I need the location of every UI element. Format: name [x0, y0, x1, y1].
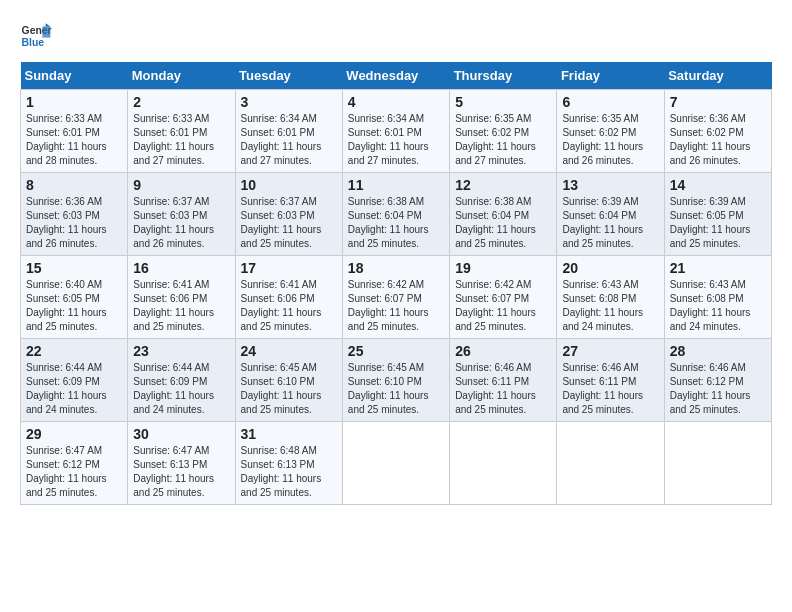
day-info: Sunrise: 6:43 AM Sunset: 6:08 PM Dayligh… — [562, 278, 658, 334]
day-info: Sunrise: 6:33 AM Sunset: 6:01 PM Dayligh… — [133, 112, 229, 168]
day-number: 14 — [670, 177, 766, 193]
day-number: 5 — [455, 94, 551, 110]
day-number: 15 — [26, 260, 122, 276]
calendar-cell: 24Sunrise: 6:45 AM Sunset: 6:10 PM Dayli… — [235, 339, 342, 422]
day-number: 4 — [348, 94, 444, 110]
day-info: Sunrise: 6:42 AM Sunset: 6:07 PM Dayligh… — [455, 278, 551, 334]
day-number: 28 — [670, 343, 766, 359]
calendar-cell — [664, 422, 771, 505]
day-info: Sunrise: 6:42 AM Sunset: 6:07 PM Dayligh… — [348, 278, 444, 334]
calendar-cell: 12Sunrise: 6:38 AM Sunset: 6:04 PM Dayli… — [450, 173, 557, 256]
calendar-table: SundayMondayTuesdayWednesdayThursdayFrid… — [20, 62, 772, 505]
calendar-cell: 3Sunrise: 6:34 AM Sunset: 6:01 PM Daylig… — [235, 90, 342, 173]
day-number: 19 — [455, 260, 551, 276]
calendar-cell: 14Sunrise: 6:39 AM Sunset: 6:05 PM Dayli… — [664, 173, 771, 256]
calendar-cell: 17Sunrise: 6:41 AM Sunset: 6:06 PM Dayli… — [235, 256, 342, 339]
day-info: Sunrise: 6:43 AM Sunset: 6:08 PM Dayligh… — [670, 278, 766, 334]
day-number: 25 — [348, 343, 444, 359]
day-info: Sunrise: 6:46 AM Sunset: 6:12 PM Dayligh… — [670, 361, 766, 417]
day-number: 7 — [670, 94, 766, 110]
day-info: Sunrise: 6:34 AM Sunset: 6:01 PM Dayligh… — [348, 112, 444, 168]
calendar-cell: 5Sunrise: 6:35 AM Sunset: 6:02 PM Daylig… — [450, 90, 557, 173]
day-info: Sunrise: 6:47 AM Sunset: 6:13 PM Dayligh… — [133, 444, 229, 500]
calendar-cell: 11Sunrise: 6:38 AM Sunset: 6:04 PM Dayli… — [342, 173, 449, 256]
svg-marker-2 — [42, 26, 50, 37]
day-number: 27 — [562, 343, 658, 359]
header-row: SundayMondayTuesdayWednesdayThursdayFrid… — [21, 62, 772, 90]
day-info: Sunrise: 6:44 AM Sunset: 6:09 PM Dayligh… — [26, 361, 122, 417]
day-number: 21 — [670, 260, 766, 276]
calendar-cell: 1Sunrise: 6:33 AM Sunset: 6:01 PM Daylig… — [21, 90, 128, 173]
day-info: Sunrise: 6:37 AM Sunset: 6:03 PM Dayligh… — [241, 195, 337, 251]
day-number: 31 — [241, 426, 337, 442]
day-header: Saturday — [664, 62, 771, 90]
calendar-cell: 23Sunrise: 6:44 AM Sunset: 6:09 PM Dayli… — [128, 339, 235, 422]
calendar-cell: 19Sunrise: 6:42 AM Sunset: 6:07 PM Dayli… — [450, 256, 557, 339]
day-number: 24 — [241, 343, 337, 359]
day-info: Sunrise: 6:45 AM Sunset: 6:10 PM Dayligh… — [241, 361, 337, 417]
calendar-cell: 21Sunrise: 6:43 AM Sunset: 6:08 PM Dayli… — [664, 256, 771, 339]
day-info: Sunrise: 6:45 AM Sunset: 6:10 PM Dayligh… — [348, 361, 444, 417]
calendar-cell: 2Sunrise: 6:33 AM Sunset: 6:01 PM Daylig… — [128, 90, 235, 173]
day-info: Sunrise: 6:34 AM Sunset: 6:01 PM Dayligh… — [241, 112, 337, 168]
day-header: Friday — [557, 62, 664, 90]
day-info: Sunrise: 6:38 AM Sunset: 6:04 PM Dayligh… — [455, 195, 551, 251]
day-header: Thursday — [450, 62, 557, 90]
day-number: 23 — [133, 343, 229, 359]
day-number: 9 — [133, 177, 229, 193]
day-number: 29 — [26, 426, 122, 442]
day-number: 10 — [241, 177, 337, 193]
day-info: Sunrise: 6:36 AM Sunset: 6:03 PM Dayligh… — [26, 195, 122, 251]
day-header: Sunday — [21, 62, 128, 90]
calendar-cell — [450, 422, 557, 505]
calendar-cell: 8Sunrise: 6:36 AM Sunset: 6:03 PM Daylig… — [21, 173, 128, 256]
day-number: 6 — [562, 94, 658, 110]
day-info: Sunrise: 6:33 AM Sunset: 6:01 PM Dayligh… — [26, 112, 122, 168]
calendar-cell: 7Sunrise: 6:36 AM Sunset: 6:02 PM Daylig… — [664, 90, 771, 173]
calendar-cell: 15Sunrise: 6:40 AM Sunset: 6:05 PM Dayli… — [21, 256, 128, 339]
calendar-week-row: 1Sunrise: 6:33 AM Sunset: 6:01 PM Daylig… — [21, 90, 772, 173]
page-header: General Blue — [20, 20, 772, 52]
day-number: 2 — [133, 94, 229, 110]
calendar-week-row: 29Sunrise: 6:47 AM Sunset: 6:12 PM Dayli… — [21, 422, 772, 505]
day-info: Sunrise: 6:47 AM Sunset: 6:12 PM Dayligh… — [26, 444, 122, 500]
day-number: 17 — [241, 260, 337, 276]
calendar-cell: 29Sunrise: 6:47 AM Sunset: 6:12 PM Dayli… — [21, 422, 128, 505]
calendar-week-row: 8Sunrise: 6:36 AM Sunset: 6:03 PM Daylig… — [21, 173, 772, 256]
day-number: 26 — [455, 343, 551, 359]
day-info: Sunrise: 6:36 AM Sunset: 6:02 PM Dayligh… — [670, 112, 766, 168]
day-info: Sunrise: 6:46 AM Sunset: 6:11 PM Dayligh… — [562, 361, 658, 417]
calendar-cell: 25Sunrise: 6:45 AM Sunset: 6:10 PM Dayli… — [342, 339, 449, 422]
day-number: 11 — [348, 177, 444, 193]
calendar-cell: 9Sunrise: 6:37 AM Sunset: 6:03 PM Daylig… — [128, 173, 235, 256]
calendar-cell: 26Sunrise: 6:46 AM Sunset: 6:11 PM Dayli… — [450, 339, 557, 422]
day-info: Sunrise: 6:48 AM Sunset: 6:13 PM Dayligh… — [241, 444, 337, 500]
calendar-week-row: 22Sunrise: 6:44 AM Sunset: 6:09 PM Dayli… — [21, 339, 772, 422]
day-info: Sunrise: 6:41 AM Sunset: 6:06 PM Dayligh… — [133, 278, 229, 334]
day-info: Sunrise: 6:37 AM Sunset: 6:03 PM Dayligh… — [133, 195, 229, 251]
day-info: Sunrise: 6:35 AM Sunset: 6:02 PM Dayligh… — [455, 112, 551, 168]
day-info: Sunrise: 6:41 AM Sunset: 6:06 PM Dayligh… — [241, 278, 337, 334]
calendar-cell: 13Sunrise: 6:39 AM Sunset: 6:04 PM Dayli… — [557, 173, 664, 256]
day-number: 30 — [133, 426, 229, 442]
day-info: Sunrise: 6:46 AM Sunset: 6:11 PM Dayligh… — [455, 361, 551, 417]
day-info: Sunrise: 6:39 AM Sunset: 6:05 PM Dayligh… — [670, 195, 766, 251]
calendar-cell: 20Sunrise: 6:43 AM Sunset: 6:08 PM Dayli… — [557, 256, 664, 339]
calendar-cell: 27Sunrise: 6:46 AM Sunset: 6:11 PM Dayli… — [557, 339, 664, 422]
calendar-cell: 16Sunrise: 6:41 AM Sunset: 6:06 PM Dayli… — [128, 256, 235, 339]
calendar-week-row: 15Sunrise: 6:40 AM Sunset: 6:05 PM Dayli… — [21, 256, 772, 339]
day-header: Monday — [128, 62, 235, 90]
calendar-cell: 18Sunrise: 6:42 AM Sunset: 6:07 PM Dayli… — [342, 256, 449, 339]
day-header: Wednesday — [342, 62, 449, 90]
calendar-cell: 10Sunrise: 6:37 AM Sunset: 6:03 PM Dayli… — [235, 173, 342, 256]
day-number: 18 — [348, 260, 444, 276]
day-info: Sunrise: 6:35 AM Sunset: 6:02 PM Dayligh… — [562, 112, 658, 168]
day-number: 12 — [455, 177, 551, 193]
calendar-cell: 30Sunrise: 6:47 AM Sunset: 6:13 PM Dayli… — [128, 422, 235, 505]
logo-icon: General Blue — [20, 20, 52, 52]
calendar-cell — [342, 422, 449, 505]
day-number: 8 — [26, 177, 122, 193]
calendar-cell: 4Sunrise: 6:34 AM Sunset: 6:01 PM Daylig… — [342, 90, 449, 173]
logo: General Blue — [20, 20, 52, 52]
calendar-cell: 6Sunrise: 6:35 AM Sunset: 6:02 PM Daylig… — [557, 90, 664, 173]
